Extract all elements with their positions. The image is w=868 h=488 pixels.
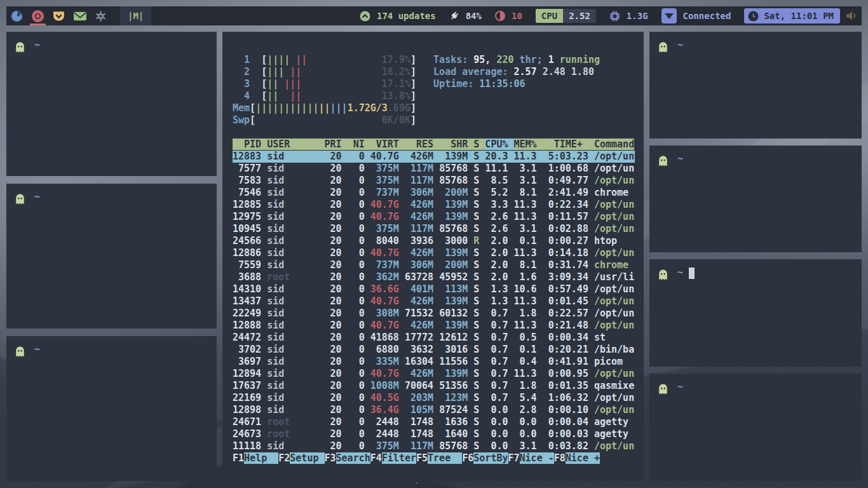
pocket-icon: [52, 10, 65, 23]
process-row[interactable]: 7577 sid 20 0 375M 117M 85768 S 11.1 3.1…: [233, 163, 635, 175]
terminal-window-left-3[interactable]: ~: [6, 336, 217, 481]
memory-module[interactable]: 1.3G: [609, 11, 648, 22]
prompt-path: ~: [34, 191, 40, 203]
fkey-button[interactable]: F1: [233, 452, 244, 464]
process-row[interactable]: 14310 sid 20 0 36.6G 401M 113M S 1.3 10.…: [233, 283, 635, 295]
network-module[interactable]: Connected: [661, 8, 731, 24]
process-row[interactable]: 12883 sid 20 0 40.7G 426M 139M S 20.3 11…: [233, 151, 635, 163]
process-row[interactable]: 12975 sid 20 0 40.7G 426M 139M S 2.6 11.…: [233, 211, 635, 223]
layout-indicator[interactable]: |M|: [120, 6, 151, 25]
terminal-window-right-3[interactable]: ~: [649, 259, 862, 367]
terminal-window-right-2[interactable]: ~: [649, 146, 862, 252]
process-row[interactable]: 22249 sid 20 0 308M 71532 60132 S 0.7 1.…: [233, 308, 635, 320]
workspace-pocket[interactable]: [48, 6, 69, 25]
workspace-chrome[interactable]: [27, 6, 48, 25]
contrast-module[interactable]: 10: [495, 11, 522, 21]
fkey-label[interactable]: Nice +: [566, 452, 600, 464]
ghost-prompt-icon: [15, 42, 25, 53]
fkey-label[interactable]: Filter: [382, 452, 416, 464]
power-module[interactable]: 84%: [449, 11, 482, 21]
process-row[interactable]: 7559 sid 20 0 737M 306M 200M S 2.0 8.1 0…: [233, 259, 635, 271]
top-bar: |M| 174 updates: [6, 6, 862, 25]
htop-screen: 1 [|||| || 17.9%] Tasks: 95, 220 thr; 1 …: [233, 54, 635, 464]
fkey-button[interactable]: F2: [278, 452, 290, 464]
process-row[interactable]: 12886 sid 20 0 40.7G 426M 139M S 2.0 11.…: [233, 247, 635, 259]
process-row[interactable]: 17637 sid 20 0 1008M 70064 51356 S 0.7 1…: [233, 380, 635, 392]
cpu-meter-3: 3 [|| ||| 17.1%] Uptime: 11:35:06: [233, 78, 635, 90]
terminal-cursor: [689, 268, 695, 279]
mail-icon: [73, 10, 87, 23]
workspace-mail[interactable]: [69, 6, 90, 25]
process-row[interactable]: 24566 sid 20 0 8040 3936 3000 R 2.0 0.1 …: [233, 235, 635, 247]
process-row[interactable]: 22169 sid 20 0 40.5G 203M 123M S 0.7 5.4…: [233, 392, 635, 404]
htop-window[interactable]: 1 [|||| || 17.9%] Tasks: 95, 220 thr; 1 …: [222, 32, 644, 481]
swap-meter: Swp[ 0K/0K]: [233, 114, 635, 126]
ghost-prompt-icon: [15, 194, 25, 205]
fkey-button[interactable]: F4: [370, 452, 382, 464]
contrast-icon: [495, 11, 505, 21]
workspace-list: |M|: [6, 6, 151, 25]
fkey-button[interactable]: F8: [554, 452, 566, 464]
memory-value: 1.3G: [627, 11, 648, 21]
prompt-path: ~: [677, 381, 683, 393]
clock-module[interactable]: Sat, 11:01 PM: [744, 8, 840, 24]
process-row[interactable]: 12888 sid 20 0 40.7G 426M 139M S 0.7 11.…: [233, 320, 635, 332]
cpu-label: CPU: [536, 9, 563, 23]
ghost-prompt-icon: [658, 156, 668, 166]
bar-modules: 174 updates 84%: [360, 6, 862, 25]
ghost-prompt-icon: [658, 42, 668, 53]
fkey-label[interactable]: Tree: [428, 452, 462, 464]
process-row[interactable]: 10945 sid 20 0 375M 117M 85768 S 2.6 3.1…: [233, 223, 635, 235]
process-row[interactable]: 12894 sid 20 0 40.7G 426M 139M S 0.7 11.…: [233, 368, 635, 380]
network-status: Connected: [683, 11, 731, 21]
terminal-window-right-4[interactable]: ~: [649, 374, 862, 481]
fkey-button[interactable]: F5: [416, 452, 428, 464]
cpu-module[interactable]: CPU 2.52: [536, 9, 596, 23]
process-row[interactable]: 12885 sid 20 0 40.7G 426M 139M S 3.3 11.…: [233, 199, 635, 211]
ghost-prompt-icon: [658, 269, 668, 280]
workspace-gear[interactable]: [90, 6, 111, 25]
process-row[interactable]: 3702 sid 20 0 6880 3632 3016 S 0.7 0.1 0…: [233, 344, 635, 356]
fkey-label[interactable]: Setup: [290, 452, 324, 464]
cpu-meter-2: 2 [||| || 16.2%] Load average: 2.57 2.48…: [233, 66, 635, 78]
process-row[interactable]: 24472 sid 20 0 41868 17772 12612 S 0.7 0…: [233, 332, 635, 344]
prompt-path: ~: [34, 39, 40, 51]
fkey-label[interactable]: Nice -: [520, 452, 554, 464]
prompt-path: ~: [34, 344, 40, 355]
process-row[interactable]: 3697 sid 20 0 335M 16304 11556 S 0.7 0.4…: [233, 356, 635, 368]
process-row[interactable]: 24673 root 20 0 2448 1748 1640 S 0.0 0.0…: [233, 428, 635, 440]
cpu-value: 2.52: [563, 9, 596, 23]
prompt-path: ~: [677, 267, 683, 278]
process-row[interactable]: 11118 sid 20 0 375M 117M 85768 S 0.0 3.1…: [233, 440, 635, 452]
prompt-path: ~: [677, 153, 683, 165]
process-row[interactable]: 13437 sid 20 0 40.7G 426M 139M S 1.3 11.…: [233, 295, 635, 308]
fkey-label[interactable]: SortBy: [473, 452, 508, 464]
updates-icon: [360, 11, 370, 22]
fkey-label[interactable]: Search: [336, 452, 370, 464]
process-row[interactable]: 24671 root 20 0 2448 1748 1636 S 0.0 0.0…: [233, 416, 635, 428]
updates-count: 174 updates: [377, 11, 436, 21]
updates-module[interactable]: 174 updates: [360, 11, 436, 22]
fkey-label[interactable]: Help: [244, 452, 278, 464]
terminal-window-left-1[interactable]: ~: [6, 32, 217, 176]
process-row[interactable]: 3688 root 20 0 362M 63728 45952 S 2.0 1.…: [233, 271, 635, 283]
clock-value: Sat, 11:01 PM: [764, 11, 834, 21]
fkey-button[interactable]: F6: [462, 452, 473, 464]
chrome-icon: [31, 10, 44, 23]
workspace-firefox[interactable]: [6, 6, 27, 25]
process-row[interactable]: 12898 sid 20 0 36.4G 105M 87524 S 0.0 2.…: [233, 404, 635, 416]
fkey-button[interactable]: F7: [508, 452, 520, 464]
process-row[interactable]: 7546 sid 20 0 737M 306M 200M S 5.2 8.1 2…: [233, 187, 635, 199]
fkey-button[interactable]: F3: [325, 452, 336, 464]
terminal-window-right-1[interactable]: ~: [649, 32, 862, 139]
ghost-prompt-icon: [15, 346, 25, 357]
process-table-header[interactable]: PID USER PRI NI VIRT RES SHR S CPU% MEM%…: [233, 139, 635, 151]
cpu-meter-1: 1 [|||| || 17.9%] Tasks: 95, 220 thr; 1 …: [233, 54, 635, 66]
terminal-window-left-2[interactable]: ~: [6, 184, 217, 329]
layout-indicator-label: |M|: [128, 11, 144, 21]
function-key-bar: F1Help F2Setup F3SearchF4FilterF5Tree F6…: [233, 452, 635, 464]
process-row[interactable]: 7583 sid 20 0 375M 117M 85768 S 8.5 3.1 …: [233, 175, 635, 187]
contrast-value: 10: [512, 11, 522, 21]
volume-icon[interactable]: [845, 10, 857, 22]
ghost-prompt-icon: [658, 384, 668, 395]
